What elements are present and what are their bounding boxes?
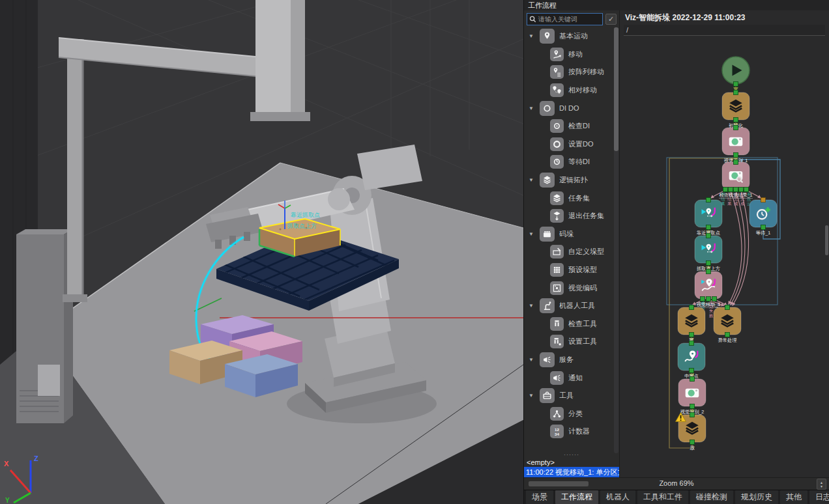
tree-item-label: 基本运动: [559, 31, 588, 41]
node-label: 视觉移动_1: [697, 301, 721, 307]
tab-scene[interactable]: 场景: [526, 490, 553, 504]
flow-node-init[interactable]: 初始化: [722, 91, 749, 129]
scene-label-approach-pick: 靠近抓取点: [291, 212, 320, 218]
tree-item-label: 移动: [568, 49, 583, 59]
tree-item-counter[interactable]: 计数器: [524, 423, 614, 441]
tab-robot[interactable]: 机器人: [600, 490, 635, 504]
panel-title: 工作流程: [524, 0, 829, 11]
flow-node-vision-2[interactable]: 视觉识别_2: [678, 377, 706, 415]
tree-item-palletizing[interactable]: ▼码垛: [524, 225, 614, 244]
tab-workflow[interactable]: 工作流程: [555, 490, 598, 504]
tree-item-wait-di[interactable]: 等待DI: [524, 153, 614, 171]
flow-node-mid-point[interactable]: 中间点: [678, 341, 705, 380]
scene-label-above-pick: 抓取点上方: [287, 223, 317, 229]
tab-log[interactable]: 日志: [809, 490, 829, 504]
collapse-arrow-icon[interactable]: ▼: [529, 231, 535, 237]
tree-item-task-set[interactable]: 任务集: [524, 189, 614, 207]
step-tree: ▼基本运动移动按阵列移动相对移动▼DI DO检查DI设置DO等待DI▼逻辑拓扑任…: [524, 27, 614, 453]
flow-node-place[interactable]: 放: [676, 413, 706, 451]
flow-node-wait-1[interactable]: 等待_1: [749, 198, 777, 236]
breadcrumb[interactable]: /: [624, 25, 825, 36]
tree-item-move[interactable]: 移动: [524, 46, 614, 64]
selection-empty-label: <empty>: [524, 458, 619, 467]
counter-icon: [550, 425, 564, 438]
search-icon: [529, 16, 536, 23]
tree-item-logic-topology[interactable]: ▼逻辑拓扑: [524, 171, 614, 189]
tree-item-label: 逻辑拓扑: [559, 175, 588, 185]
flow-node-start[interactable]: [722, 57, 749, 87]
tree-item-classify[interactable]: 分类: [524, 404, 614, 423]
horn-icon: [550, 371, 564, 385]
axis-y-label: Y: [5, 497, 10, 504]
bottom-tabs: 场景工作流程机器人工具和工件碰撞检测规划历史其他日志: [524, 490, 829, 504]
tree-item-basic-motion[interactable]: ▼基本运动: [524, 27, 614, 46]
flow-edge: [729, 191, 742, 304]
3d-viewport[interactable]: 靠近抓取点 抓取点上方: [0, 0, 523, 504]
tree-item-exit-task-set[interactable]: 退出任务集: [524, 207, 614, 225]
flow-node-above-pick[interactable]: 抓取点上方: [695, 234, 722, 272]
tree-item-label: 检查工具: [568, 319, 597, 329]
collapse-arrow-icon[interactable]: ▼: [529, 33, 535, 39]
pallet-icon: [540, 227, 555, 242]
tab-collision-detection[interactable]: 碰撞检测: [690, 490, 733, 504]
tree-item-preset-pattern[interactable]: 预设垛型: [524, 261, 614, 279]
tree-item-robot-tool[interactable]: ▼机器人工具: [524, 297, 614, 315]
search-filter-checkbox[interactable]: ✓: [605, 14, 617, 25]
flow-node-exception[interactable]: 异常处理: [714, 305, 741, 344]
pin-rel-icon: [550, 83, 564, 97]
collapse-arrow-icon[interactable]: ▼: [529, 357, 535, 363]
tree-item-vision-code[interactable]: 视觉编码: [524, 279, 614, 297]
node-label: 等待_1: [756, 230, 770, 236]
tree-item-label: 机器人工具: [559, 301, 595, 311]
tree-item-set-do[interactable]: 设置DO: [524, 135, 614, 154]
search-input[interactable]: 请输入关键词: [527, 13, 603, 25]
collapse-arrow-icon[interactable]: ▼: [529, 393, 535, 399]
tree-scrollbar[interactable]: [614, 27, 618, 453]
flow-node-vision-move-1[interactable]: 视觉移动_1: [691, 270, 725, 308]
tree-item-label: 设置DO: [568, 139, 594, 149]
tree-item-label: 预设垛型: [568, 265, 597, 275]
zoom-level-label: Zoom 69%: [524, 479, 829, 487]
tree-item-label: 服务: [559, 355, 574, 365]
flow-node-approach-pick[interactable]: 靠近抓取点: [695, 198, 722, 236]
cabinet: [16, 229, 73, 423]
tree-item-relative-move[interactable]: 相对移动: [524, 81, 614, 100]
axis-z-label: Z: [34, 455, 38, 462]
tree-item-label: 自定义垛型: [568, 247, 604, 257]
execution-log-line[interactable]: 11:00:22 视觉移动_1: 单分区方形: [524, 467, 619, 478]
flow-edge: [731, 191, 745, 305]
tab-other[interactable]: 其他: [780, 490, 807, 504]
tool-check-icon: [550, 317, 564, 331]
flow-graph[interactable]: 有结果无结果未完成已完成无点云成功规划失败其他初始化视觉识别_1检查视觉结果_1…: [620, 52, 829, 478]
project-title: Viz-智能拆垛 2022-12-29 11:00:23: [625, 12, 746, 23]
tree-item-check-tool[interactable]: 检查工具: [524, 315, 614, 333]
tree-item-custom-pattern[interactable]: 自定义垛型: [524, 243, 614, 261]
tab-tools-workpieces[interactable]: 工具和工件: [637, 490, 688, 504]
tree-item-check-di[interactable]: 检查DI: [524, 117, 614, 135]
zoom-stepper[interactable]: ▲▼: [817, 479, 826, 490]
stepper-down-icon[interactable]: ▼: [820, 484, 823, 488]
tree-item-label: 检查DI: [568, 121, 590, 131]
collapse-arrow-icon[interactable]: ▼: [529, 303, 535, 309]
tree-item-move-by-grid[interactable]: 按阵列移动: [524, 63, 614, 81]
collapse-arrow-icon[interactable]: ▼: [529, 105, 535, 111]
tree-item-tools[interactable]: ▼工具: [524, 387, 614, 405]
tree-item-di-do[interactable]: ▼DI DO: [524, 99, 614, 117]
tree-item-service[interactable]: ▼服务: [524, 351, 614, 369]
tree-item-notify[interactable]: 通知: [524, 369, 614, 387]
flow-node-vision-1[interactable]: 视觉识别_1: [722, 126, 749, 164]
collapse-arrow-icon[interactable]: ▼: [529, 177, 535, 183]
splitter-handle[interactable]: ······: [524, 453, 619, 458]
tab-plan-history[interactable]: 规划历史: [735, 490, 778, 504]
camera-icon: [686, 389, 699, 398]
layers-exit-icon: [550, 209, 564, 223]
tree-item-label: DI DO: [559, 104, 579, 112]
camera-icon: [729, 137, 743, 147]
flow-node-check-vision[interactable]: 检查视觉结果_1: [719, 160, 753, 199]
canvas-scrollbar[interactable]: [825, 225, 828, 255]
flow-node-grasp[interactable]: 抓: [678, 305, 705, 344]
tree-item-label: 按阵列移动: [568, 67, 604, 77]
pin-move-icon: [550, 48, 564, 61]
tree-item-label: 工具: [559, 391, 574, 400]
tree-item-set-tool[interactable]: 设置工具: [524, 333, 614, 351]
